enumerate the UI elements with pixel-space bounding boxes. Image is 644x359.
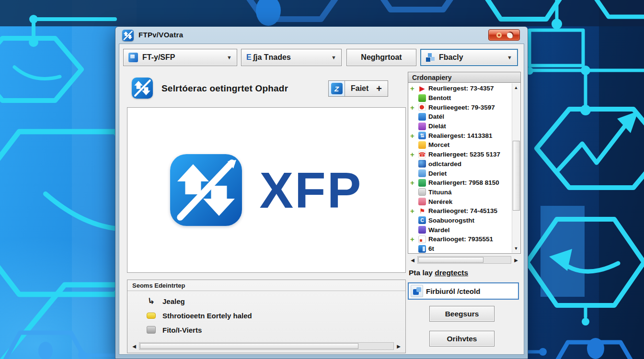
- server-icon: [128, 53, 138, 62]
- table-row[interactable]: Deriet: [410, 168, 511, 178]
- expand-plus-icon[interactable]: [410, 236, 416, 243]
- scroll-right-button[interactable]: ▶: [394, 341, 403, 351]
- scrollbar-track[interactable]: [139, 342, 394, 350]
- path-field-wrap: [408, 282, 519, 300]
- table-row[interactable]: Dielát: [410, 122, 511, 131]
- row-icon: [418, 216, 426, 224]
- table-row[interactable]: 6t: [410, 244, 511, 254]
- directory-header: Crdonapiery: [408, 72, 521, 83]
- path-input[interactable]: [426, 287, 515, 295]
- close-icon: [496, 33, 502, 38]
- row-label: Dielát: [428, 123, 446, 130]
- table-row[interactable]: Tituuná: [410, 188, 511, 197]
- expand-plus-icon[interactable]: [410, 104, 416, 111]
- server-type-dropdown[interactable]: FT-y/SFP ▼: [123, 49, 237, 66]
- window-title: FTPv/VOatra: [138, 31, 183, 39]
- close-icon: [507, 32, 514, 38]
- scroll-left-button[interactable]: ◀: [129, 341, 139, 351]
- row-icon: [418, 123, 426, 130]
- table-row[interactable]: Rearliergeet: 5235 5137: [410, 150, 511, 159]
- chevron-down-icon: ▼: [331, 55, 336, 60]
- row-label: Datél: [428, 113, 444, 120]
- trades-dropdown[interactable]: E ʃja Tnades ▼: [241, 49, 342, 66]
- row-label: Nerérek: [428, 198, 452, 205]
- row-label: Deriet: [428, 170, 447, 177]
- expand-plus-icon[interactable]: [410, 207, 416, 214]
- register-button[interactable]: Neghgrtoat: [346, 49, 416, 66]
- table-row[interactable]: Nerérek: [410, 197, 511, 206]
- table-row[interactable]: Realiergest: 1413381: [410, 131, 511, 140]
- row-icon: [418, 94, 426, 102]
- row-icon: [418, 198, 426, 205]
- queue-horizontal-scrollbar[interactable]: ◀ ▶: [129, 341, 403, 351]
- chevron-down-icon: ▼: [507, 55, 512, 60]
- table-row[interactable]: Rearliooget: 7935551: [410, 235, 511, 244]
- table-row[interactable]: Reurliergest: 73-4357: [410, 84, 511, 93]
- row-icon: [418, 103, 426, 111]
- scrollbar-thumb[interactable]: [418, 257, 483, 263]
- action-label: Faiet: [351, 84, 368, 93]
- table-row[interactable]: Wardel: [410, 225, 511, 235]
- scroll-left-button[interactable]: ◀: [408, 255, 417, 265]
- folder-shortcut-icon: [411, 285, 423, 297]
- row-icon: [418, 113, 426, 121]
- directory-list: Reurliergest: 73-4357 Bentott Reurlieege…: [408, 83, 521, 254]
- item-icon: [147, 297, 156, 306]
- queue-header: Seoms Edeintrtep: [127, 280, 405, 291]
- expand-plus-icon[interactable]: [410, 151, 416, 158]
- queue-list: Jealeg Sthrotioeetn Eortely haled Fito/I…: [127, 291, 405, 337]
- vertical-scrollbar[interactable]: ▲ ▼: [512, 83, 520, 253]
- table-row[interactable]: Datél: [410, 112, 511, 122]
- table-row[interactable]: Morcet: [410, 140, 511, 150]
- list-item[interactable]: Fito/I-Vierts: [147, 323, 405, 337]
- path-label: Pta lay dregtects: [409, 269, 468, 277]
- row-label: Soabuorogstht: [428, 217, 474, 224]
- transfer-icon: [132, 78, 153, 99]
- titlebar[interactable]: FTPv/VOatra: [115, 27, 528, 44]
- profile-icon: Z: [329, 81, 345, 96]
- table-row[interactable]: Bentott: [410, 93, 511, 103]
- expand-plus-icon[interactable]: [410, 179, 416, 186]
- profile-action-group[interactable]: Z Faiet +: [328, 80, 388, 97]
- row-icon: [418, 236, 426, 243]
- table-row[interactable]: odlctarded: [410, 159, 511, 169]
- table-row[interactable]: Reurlieegeet: 79-3597: [410, 102, 511, 112]
- expand-plus-icon[interactable]: [410, 132, 416, 139]
- row-label: Rearliergeet: 5235 5137: [428, 151, 500, 158]
- xfp-logo-icon: [170, 154, 242, 226]
- expand-plus-icon[interactable]: [410, 85, 416, 92]
- row-label: Tituuná: [428, 189, 452, 196]
- add-icon[interactable]: +: [376, 83, 382, 94]
- family-dropdown[interactable]: Fbacly ▼: [420, 49, 518, 66]
- directory-horizontal-scrollbar[interactable]: ◀ ▶: [408, 255, 521, 265]
- row-label: Rearliooget: 7935551: [428, 236, 493, 243]
- row-icon: [418, 245, 426, 253]
- scroll-down-button[interactable]: ▼: [512, 244, 520, 253]
- row-label: odlctarded: [428, 160, 461, 168]
- scrollbar-track[interactable]: [513, 92, 520, 244]
- options-button[interactable]: Orihvtes: [429, 331, 494, 347]
- list-item[interactable]: Sthrotioeetn Eortely haled: [147, 308, 405, 323]
- scrollbar-track[interactable]: [417, 256, 511, 264]
- scrollbar-thumb[interactable]: [513, 141, 520, 211]
- list-item[interactable]: Jealeg: [147, 294, 405, 308]
- table-row[interactable]: Rearlieogret: 74-45135: [410, 206, 511, 216]
- row-icon: [418, 226, 426, 234]
- table-row[interactable]: Soabuorogstht: [410, 216, 511, 225]
- row-icon: [418, 85, 426, 92]
- page-title: Selrtóerac oetingrtet Ophadr: [161, 83, 288, 94]
- row-icon: [418, 151, 426, 158]
- table-row[interactable]: Rearliergert: 7958 8150: [410, 178, 511, 188]
- row-icon: [418, 141, 426, 149]
- scrollbar-thumb[interactable]: [140, 343, 358, 349]
- row-icon: [418, 188, 426, 196]
- browse-button[interactable]: Beegsurs: [429, 306, 494, 322]
- scroll-up-button[interactable]: ▲: [512, 83, 520, 92]
- item-label: Fito/I-Vierts: [162, 326, 202, 334]
- row-icon: [418, 169, 426, 177]
- path-label-underlined: dregtects: [435, 269, 468, 277]
- family-label: Fbacly: [439, 53, 463, 62]
- chevron-down-icon: ▼: [227, 55, 232, 60]
- scroll-right-button[interactable]: ▶: [511, 255, 521, 265]
- close-button[interactable]: [488, 29, 520, 41]
